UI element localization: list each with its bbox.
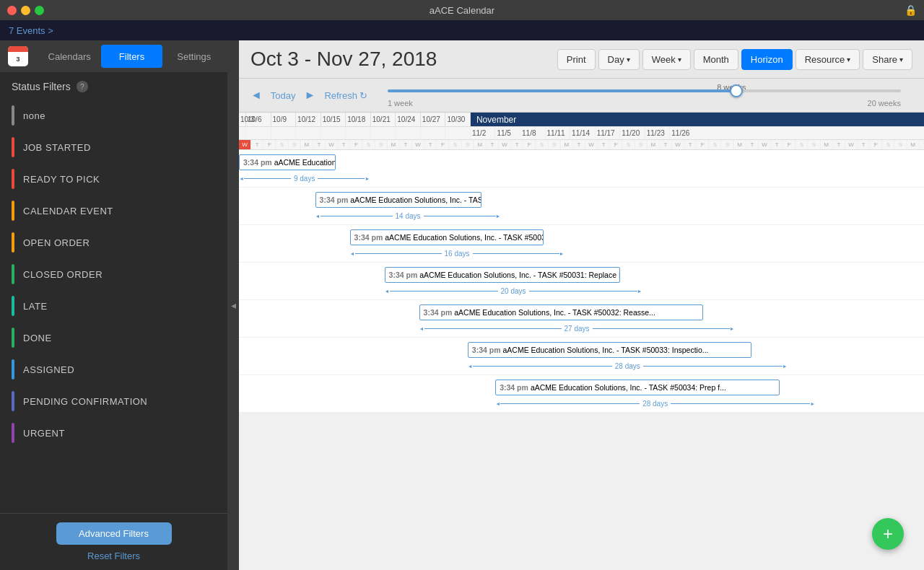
arrow-left-icon-3: ◄ (350, 251, 355, 256)
event-title-5: aACME Education Solutions, Inc. - TASK #… (454, 308, 655, 317)
filter-item-urgent[interactable]: URGENT (0, 417, 227, 449)
cal-icon-top (8, 46, 28, 52)
day-letter-27: T (573, 140, 585, 149)
arrow-right-icon-2: ► (496, 214, 501, 219)
view-horizon-button[interactable]: Horizon (741, 49, 793, 70)
filter-dot-job-started (12, 137, 14, 157)
maximize-button[interactable] (35, 6, 44, 15)
slider-thumb[interactable] (730, 84, 743, 97)
filter-item-open-order[interactable]: OPEN ORDER (0, 227, 227, 258)
dur-line-l-2 (321, 216, 393, 216)
day-letter-23: F (523, 140, 536, 149)
event-bar-4[interactable]: 3:34 pm aACME Education Solutions, Inc. … (385, 267, 620, 283)
filter-item-done[interactable]: DONE (0, 322, 227, 354)
view-week-button[interactable]: Week ▾ (642, 49, 691, 70)
week-11-5: 11/5 (495, 127, 520, 139)
week-10-6: 10/6 (246, 113, 271, 126)
filter-item-late[interactable]: LATE (0, 290, 227, 322)
view-print-button[interactable]: Print (557, 49, 596, 70)
event-bar-7[interactable]: 3:34 pm aACME Education Solutions, Inc. … (495, 380, 780, 395)
day-letter-8: T (338, 140, 350, 149)
day-letter-4: S (289, 140, 301, 149)
view-month-button[interactable]: Month (694, 49, 738, 70)
filter-item-closed-order[interactable]: CLOSED ORDER (0, 258, 227, 290)
day-letter-33: M (648, 140, 660, 149)
slider-track-row (388, 84, 901, 97)
event-duration-2: ◄ 14 days ► (315, 212, 501, 220)
duration-label-5: 27 days (562, 325, 593, 333)
today-button[interactable]: Today (271, 90, 296, 101)
event-bar-2[interactable]: 3:34 pm aACME Education Solutions, Inc. … (315, 192, 481, 208)
filter-list: none JOB STARTED READY TO PICK CALENDAR … (0, 98, 227, 513)
view-day-button[interactable]: Day ▾ (598, 49, 640, 70)
help-icon[interactable]: ? (77, 81, 88, 92)
add-event-fab[interactable]: + (872, 518, 904, 550)
slider-min-label: 1 week (388, 99, 413, 108)
calendar-toolbar: Oct 3 - Nov 27, 2018 Print Day ▾ Week ▾ … (239, 40, 924, 79)
event-row-7: 3:34 pm aACME Education Solutions, Inc. … (239, 375, 924, 413)
filter-item-pending-confirmation[interactable]: PENDING CONFIRMATION (0, 385, 227, 417)
day-letter-11: S (375, 140, 388, 149)
filter-dot-calendar-event (12, 201, 14, 221)
view-share-button[interactable]: Share ▾ (863, 49, 912, 70)
event-time-7: 3:34 pm (500, 383, 528, 392)
week-10-21: 10/21 (371, 113, 396, 126)
spacer8 (396, 127, 421, 139)
spacer9 (421, 127, 446, 139)
day-letter-37: F (697, 140, 709, 149)
arrow-right-icon-5: ► (730, 326, 735, 331)
day-letter-14: W (412, 140, 424, 149)
tab-calendars[interactable]: Calendars (39, 45, 100, 68)
event-time-6: 3:34 pm (472, 346, 501, 354)
lock-icon: 🔒 (905, 4, 917, 16)
weeks-row: 10/3 10/6 10/9 10/12 10/15 10/18 10/21 1… (239, 113, 924, 127)
filter-item-ready-to-pick[interactable]: READY TO PICK (0, 163, 227, 195)
day-letter-41: T (746, 140, 759, 149)
resource-chevron-icon: ▾ (847, 56, 850, 63)
grid-area[interactable]: 10/3 10/6 10/9 10/12 10/15 10/18 10/21 1… (239, 113, 924, 570)
day-letter-52: S (882, 140, 894, 149)
filter-item-job-started[interactable]: JOB STARTED (0, 131, 227, 163)
day-letter-45: S (796, 140, 808, 149)
event-duration-5: ◄ 27 days ► (419, 325, 735, 333)
view-resource-button[interactable]: Resource ▾ (796, 49, 860, 70)
day-letter-48: T (833, 140, 845, 149)
event-bar-5[interactable]: 3:34 pm aACME Education Solutions, Inc. … (419, 304, 704, 320)
event-time-2: 3:34 pm (320, 196, 349, 204)
reset-filters-link[interactable]: Reset Filters (87, 551, 140, 561)
sidebar-collapse-handle[interactable]: ◂ (227, 40, 239, 570)
event-title-2: aACME Education Solutions, Inc. - TASK #… (350, 196, 481, 204)
refresh-button[interactable]: Refresh ↻ (324, 90, 367, 101)
event-bar-3[interactable]: 3:34 pm aACME Education Solutions, Inc. … (350, 229, 544, 245)
slider-max-label: 20 weeks (868, 99, 901, 108)
slider-container (388, 84, 901, 97)
event-bar-1[interactable]: 3:34 pm aACME Education Solutions, Inc. … (239, 154, 336, 170)
filter-item-assigned[interactable]: ASSIGNED (0, 354, 227, 385)
tab-filters[interactable]: Filters (101, 45, 162, 68)
event-title-4: aACME Education Solutions, Inc. - TASK #… (419, 271, 620, 279)
timeline-slider-area: 8 weeks 1 week 20 weeks (376, 83, 912, 108)
status-filters-header: Status Filters ? (0, 72, 227, 98)
day-letter-47: M (821, 140, 833, 149)
event-bar-6[interactable]: 3:34 pm aACME Education Solutions, Inc. … (468, 342, 752, 358)
traffic-lights (7, 6, 44, 15)
minimize-button[interactable] (21, 6, 30, 15)
event-duration-6: ◄ 28 days ► (468, 362, 788, 370)
event-row-5: 3:34 pm aACME Education Solutions, Inc. … (239, 300, 924, 338)
filter-item-calendar-event[interactable]: CALENDAR EVENT (0, 195, 227, 227)
slider-labels: 1 week 20 weeks (388, 99, 901, 108)
grid-inner: 10/3 10/6 10/9 10/12 10/15 10/18 10/21 1… (239, 113, 924, 413)
week-11-26: 11/26 (670, 127, 924, 139)
dur-line-l-5 (424, 328, 562, 329)
filter-item-none[interactable]: none (0, 100, 227, 131)
prev-arrow[interactable]: ◄ (250, 89, 262, 102)
timeline-header: 10/3 10/6 10/9 10/12 10/15 10/18 10/21 1… (239, 113, 924, 150)
events-link[interactable]: 7 Events > (9, 25, 53, 36)
close-button[interactable] (7, 6, 17, 15)
advanced-filters-button[interactable]: Advanced Filters (56, 522, 172, 545)
event-title-7: aACME Education Solutions, Inc. - TASK #… (531, 383, 726, 392)
tab-settings[interactable]: Settings (164, 45, 225, 68)
next-arrow[interactable]: ► (305, 89, 316, 102)
day-letter-29: T (598, 140, 610, 149)
day-letter-26: M (561, 140, 573, 149)
